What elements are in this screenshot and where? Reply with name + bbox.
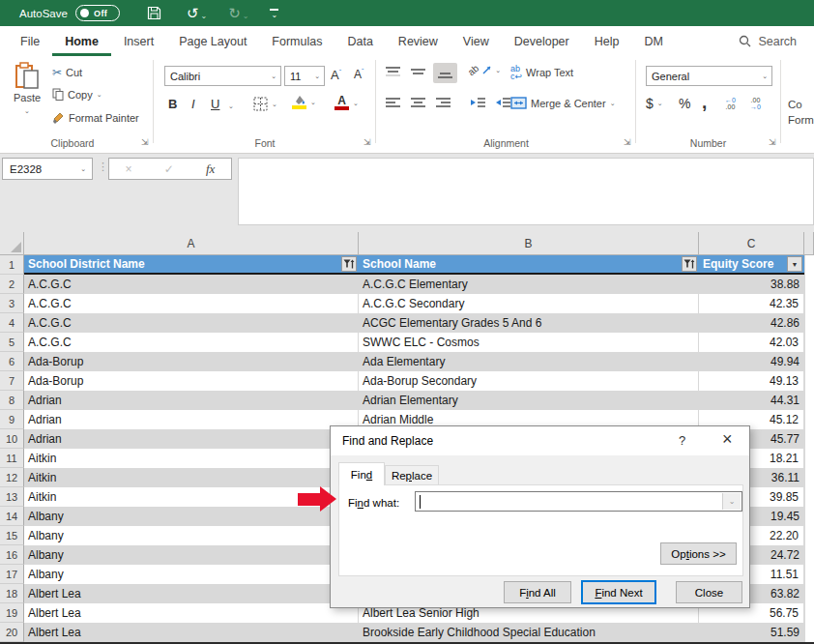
row-number[interactable]: 19: [0, 603, 24, 623]
header-cell-score[interactable]: Equity Score ▼: [699, 255, 804, 275]
align-center-button[interactable]: [410, 97, 426, 109]
cell-district[interactable]: Ada-Borup: [24, 352, 359, 371]
tab-file[interactable]: File: [8, 26, 52, 56]
borders-button[interactable]: ⌄: [253, 97, 277, 111]
bold-button[interactable]: B: [168, 97, 177, 111]
number-dialog-launcher[interactable]: ⇲: [769, 138, 778, 148]
cell-district[interactable]: Ada-Borup: [24, 371, 359, 391]
header-cell-district[interactable]: School District Name: [24, 255, 359, 275]
find-all-button[interactable]: Find All: [504, 581, 571, 603]
cell-school[interactable]: ACGC Elementary Grades 5 And 6: [359, 313, 699, 333]
row-number[interactable]: 15: [0, 526, 24, 545]
cell-district[interactable]: Albany: [24, 545, 359, 565]
row-number[interactable]: 20: [0, 623, 24, 642]
row-number[interactable]: 14: [0, 507, 24, 526]
row-number[interactable]: 9: [0, 410, 24, 429]
paste-button[interactable]: Paste ⌄: [6, 62, 48, 115]
cell-school[interactable]: Ada-Borup Secondary: [359, 371, 699, 391]
copy-button[interactable]: Copy ⌄: [52, 88, 102, 101]
italic-button[interactable]: I: [191, 97, 195, 111]
conditional-formatting-partial[interactable]: Form: [788, 114, 814, 126]
align-top-button[interactable]: [385, 66, 401, 78]
merge-center-button[interactable]: Merge & Center ⌄: [510, 97, 616, 109]
row-number[interactable]: 8: [0, 391, 24, 410]
dialog-title-bar[interactable]: Find and Replace: [331, 426, 749, 455]
close-button[interactable]: Close: [676, 581, 742, 603]
cut-button[interactable]: ✂ Cut: [52, 66, 82, 79]
header-cell-school[interactable]: School Name: [359, 255, 699, 275]
cell-d-sliver[interactable]: [804, 391, 814, 410]
cancel-button[interactable]: ×: [126, 162, 132, 176]
cell-d-sliver[interactable]: [804, 526, 814, 545]
cell-school[interactable]: Brookside Early Childhood Special Educat…: [359, 623, 699, 642]
comma-style-button[interactable]: ,: [702, 92, 707, 113]
tab-insert[interactable]: Insert: [111, 26, 166, 56]
cell-d-sliver[interactable]: [804, 468, 814, 487]
find-next-button[interactable]: Find Next: [581, 580, 656, 604]
align-left-button[interactable]: [385, 97, 401, 109]
cell-d-sliver[interactable]: [804, 333, 814, 352]
filter-sort-button[interactable]: [341, 256, 357, 272]
options-button[interactable]: Options >>: [660, 542, 737, 565]
cell-district[interactable]: A.C.G.C: [24, 275, 359, 294]
clipboard-dialog-launcher[interactable]: ⇲: [141, 138, 151, 148]
tab-view[interactable]: View: [451, 26, 502, 56]
wrap-text-button[interactable]: abc↩ Wrap Text: [510, 65, 573, 80]
find-what-dropdown-button[interactable]: ⌄: [722, 493, 741, 510]
cell-d-sliver[interactable]: [804, 565, 814, 584]
underline-button[interactable]: U: [211, 97, 219, 111]
cell-district[interactable]: Albany: [24, 526, 359, 545]
filter-button[interactable]: ▼: [787, 256, 802, 272]
row-number[interactable]: 17: [0, 565, 24, 584]
tab-dm[interactable]: DM: [631, 26, 675, 56]
autosave-toggle[interactable]: Off: [75, 5, 120, 21]
filter-sort-button[interactable]: [682, 256, 697, 272]
cell-score[interactable]: 38.88: [699, 275, 804, 294]
tab-page-layout[interactable]: Page Layout: [166, 26, 259, 56]
underline-chevron[interactable]: ⌄: [228, 102, 234, 110]
cell-d-sliver[interactable]: [804, 294, 814, 313]
cell-district[interactable]: Albert Lea: [24, 603, 359, 623]
row-number[interactable]: 5: [0, 333, 24, 352]
font-name-combobox[interactable]: Calibri ⌄: [164, 66, 281, 86]
row-number[interactable]: 2: [0, 275, 24, 294]
cell-d-sliver[interactable]: [804, 313, 814, 333]
row-number[interactable]: 11: [0, 449, 24, 468]
cell-d-sliver[interactable]: [804, 429, 814, 449]
cell-d-sliver[interactable]: [804, 584, 814, 603]
customize-quick-access-button[interactable]: ⌄: [270, 9, 278, 18]
row-number[interactable]: 1: [0, 255, 24, 275]
row-number[interactable]: 7: [0, 371, 24, 391]
decrease-decimal-button[interactable]: .00→0: [750, 97, 761, 110]
row-number[interactable]: 12: [0, 468, 24, 487]
number-format-combobox[interactable]: General ⌄: [646, 66, 772, 86]
decrease-indent-button[interactable]: [470, 97, 486, 109]
cell-d-sliver[interactable]: [804, 275, 814, 294]
row-number[interactable]: 16: [0, 545, 24, 565]
cell-d-sliver[interactable]: [804, 603, 814, 623]
cell-district[interactable]: Adrian: [24, 429, 359, 449]
decrease-font-button[interactable]: Aˇ: [354, 68, 363, 81]
increase-font-button[interactable]: Aˆ: [331, 68, 341, 82]
cell-score[interactable]: 42.35: [699, 294, 804, 313]
tab-formulas[interactable]: Formulas: [259, 26, 334, 56]
cell-d-sliver[interactable]: [804, 507, 814, 526]
align-right-button[interactable]: [435, 97, 451, 109]
font-color-button[interactable]: A ⌄: [334, 96, 359, 110]
cell-score[interactable]: 44.31: [699, 391, 804, 410]
row-number[interactable]: 6: [0, 352, 24, 371]
fill-color-button[interactable]: ⌄: [292, 95, 316, 109]
cell-school[interactable]: Adrian Elementary: [359, 391, 699, 410]
increase-decimal-button[interactable]: ←0.00: [725, 97, 736, 110]
cell-school[interactable]: SWWC ELC - Cosmos: [359, 333, 699, 352]
row-number[interactable]: 3: [0, 294, 24, 313]
enter-button[interactable]: ✓: [164, 162, 174, 176]
conditional-formatting-partial[interactable]: Co: [788, 99, 802, 110]
close-icon[interactable]: ×: [722, 429, 733, 450]
cell-d-sliver[interactable]: [804, 410, 814, 429]
align-bottom-button[interactable]: [433, 63, 457, 83]
tab-find[interactable]: Find: [338, 462, 385, 485]
alignment-dialog-launcher[interactable]: ⇲: [624, 138, 633, 148]
font-size-combobox[interactable]: 11 ⌄: [284, 66, 325, 86]
formula-bar-resize-handle[interactable]: ⋮: [98, 161, 108, 173]
